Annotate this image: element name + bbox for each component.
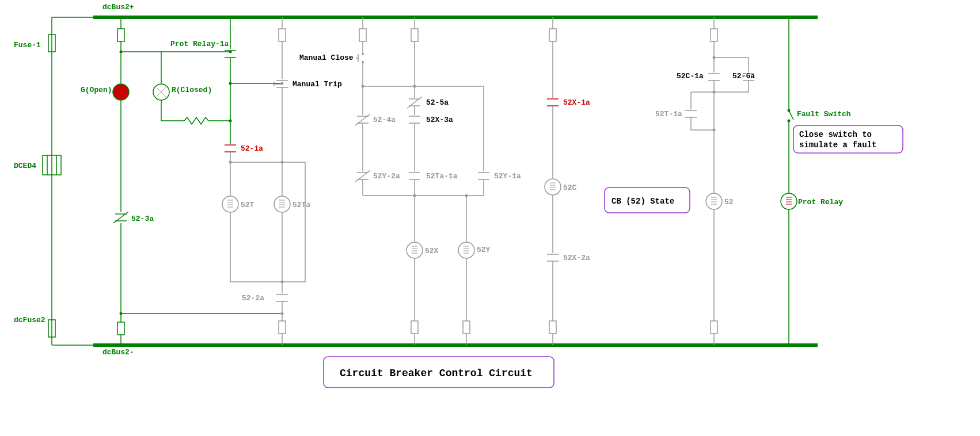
svg-point-51 [362, 85, 364, 88]
fault-switch[interactable] [788, 109, 794, 123]
svg-point-74 [465, 194, 468, 197]
contact-52ta-1a-label: 52Ta-1a [426, 172, 458, 181]
contact-52-2a [276, 295, 288, 301]
coil-52y-label: 52Y [477, 246, 491, 254]
coil-52t [222, 196, 238, 212]
coil-52x [407, 242, 423, 258]
contact-52y-1a-label: 52Y-1a [494, 172, 521, 181]
coil-52c-label: 52C [563, 183, 577, 192]
contact-52-3a [113, 212, 128, 223]
coil-prot-relay [781, 193, 797, 209]
svg-rect-66 [411, 321, 418, 334]
contact-52ta-1a [409, 173, 420, 179]
fault-note-l2: simulate a fault [799, 140, 876, 150]
contact-52x-2a [547, 254, 559, 261]
schematic-diagram: dcBus2+ dcBus2- Fuse-1 DCED4 dcFuse2 G(O… [0, 0, 980, 436]
svg-point-31 [281, 82, 284, 85]
contact-52x-1a-label: 52X-1a [563, 98, 590, 107]
svg-point-32 [281, 161, 284, 164]
svg-point-91 [713, 129, 716, 132]
resistor [184, 117, 208, 124]
svg-rect-75 [549, 29, 556, 41]
svg-point-39 [281, 312, 284, 315]
contact-52c-1a-label: 52C-1a [677, 72, 704, 81]
cb-state-text: CB (52) State [611, 197, 674, 206]
coil-52t-label: 52T [241, 201, 255, 209]
svg-rect-87 [711, 29, 717, 41]
svg-point-97 [713, 56, 716, 59]
lamp-r-closed-label: R(Closed) [172, 86, 212, 94]
contact-52x-3a-label: 52X-3a [426, 116, 453, 124]
coil-52 [706, 193, 722, 209]
dced4-label: DCED4 [14, 162, 36, 170]
manual-close-label: Manual Close [299, 53, 354, 62]
coil-prot-relay-label: Prot Relay [798, 198, 843, 206]
coil-52x-label: 52X [425, 247, 439, 255]
manual-trip-label: Manual Trip [293, 80, 342, 89]
manual-close-button[interactable] [356, 53, 364, 63]
contact-52t-1a-label: 52T-1a [655, 110, 682, 118]
contact-52-1a [225, 145, 236, 152]
svg-point-24 [229, 161, 232, 164]
coil-52ta [274, 196, 290, 212]
svg-point-53 [413, 85, 416, 88]
contact-52-5a-label: 52-5a [426, 98, 449, 107]
contact-52-6a-label: 52-6a [732, 72, 755, 81]
title-text: Circuit Breaker Control Circuit [340, 368, 533, 379]
dced4-block [43, 155, 61, 175]
contact-52x-3a [409, 116, 420, 123]
svg-point-41 [362, 53, 364, 55]
contact-52-1a-label: 52-1a [241, 144, 263, 153]
fault-note-l1: Close switch to [799, 130, 872, 139]
fault-switch-label: Fault Switch [797, 110, 851, 118]
branch1-bot-fuse [117, 322, 124, 335]
svg-rect-40 [359, 29, 366, 41]
svg-rect-52 [411, 29, 418, 41]
lamp-g-open [113, 84, 129, 100]
svg-rect-38 [279, 321, 286, 334]
svg-line-102 [789, 110, 793, 120]
contact-52y-1a [478, 173, 489, 179]
coil-52-label: 52 [724, 198, 734, 206]
lamp-g-open-label: G(Open) [81, 86, 112, 94]
bus-top-label: dcBus2+ [102, 3, 134, 12]
svg-rect-71 [463, 321, 470, 334]
bus-bottom-label: dcBus2- [102, 348, 134, 357]
contact-52y-2a-label: 52Y-2a [373, 172, 400, 181]
manual-trip-fuse [279, 29, 286, 41]
coil-52y [458, 242, 474, 258]
contact-52-3a-label: 52-3a [131, 215, 154, 223]
contact-52x-1a [547, 99, 559, 106]
svg-rect-84 [549, 321, 556, 334]
svg-rect-96 [711, 321, 717, 334]
contact-52-4a-label: 52-4a [373, 116, 396, 124]
fuse-1-label: Fuse-1 [14, 41, 41, 49]
prot-relay-1a-label: Prot Relay-1a [170, 40, 229, 48]
dcfuse2-label: dcFuse2 [14, 316, 45, 324]
coil-52c [545, 179, 561, 195]
svg-line-9 [113, 212, 128, 223]
branch1-fuse [117, 29, 124, 41]
contact-52-2a-label: 52-2a [242, 294, 264, 303]
contact-52t-1a [685, 110, 697, 117]
coil-52ta-label: 52Ta [293, 201, 310, 209]
contact-52c-1a [708, 74, 720, 81]
contact-52x-2a-label: 52X-2a [563, 254, 590, 262]
